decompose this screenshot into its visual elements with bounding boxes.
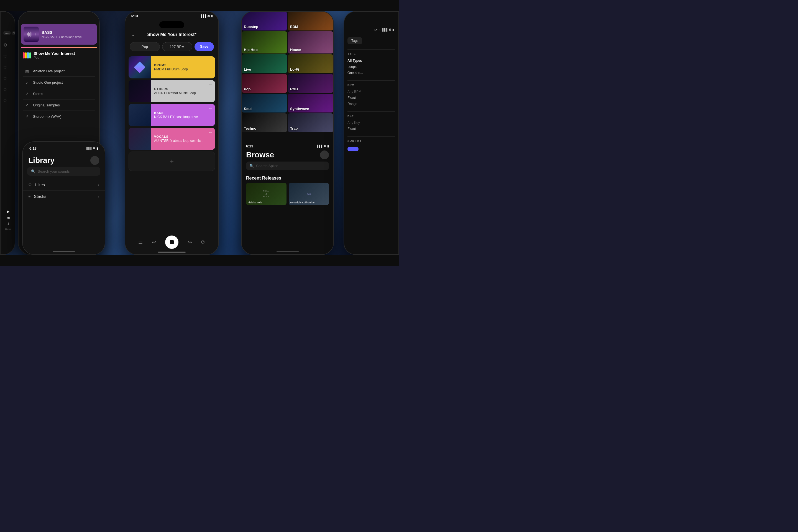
vocals-menu-icon[interactable]: ···: [209, 130, 212, 134]
others-name: AUCRT Likethat Music Loop: [154, 91, 212, 95]
genre-tile-edm[interactable]: EDM: [288, 12, 333, 31]
genre-tile-techno[interactable]: Techno: [242, 113, 287, 132]
others-menu-icon[interactable]: ···: [209, 82, 212, 87]
heart-icon-4[interactable]: ♡: [3, 88, 7, 92]
library-item-stacks[interactable]: ≡ Stacks ›: [23, 191, 105, 202]
filter-type-section: TYPE All Types Loops One-sho...: [347, 52, 395, 76]
undo-icon[interactable]: ↩: [152, 239, 156, 245]
library-search-icon: 🔍: [31, 169, 36, 173]
project-info: Show Me Your Interest Pop: [34, 51, 95, 60]
next-icon[interactable]: ⏭: [7, 216, 10, 220]
genre-tile-dubstep[interactable]: Dubstep: [242, 12, 287, 31]
more-icon-2[interactable]: ⋮: [8, 66, 12, 69]
track-card-drums[interactable]: DRUMS PMDM Full Drum Loop ···: [129, 56, 215, 78]
right-home-indicator-top: [277, 251, 299, 252]
export-ableton[interactable]: ▦ Ableton Live project: [19, 65, 99, 76]
heart-icon-3[interactable]: ♡: [3, 76, 7, 81]
stop-button[interactable]: [165, 235, 178, 249]
bottom-bar: [0, 255, 399, 266]
genre-tile-live[interactable]: Live: [242, 54, 287, 73]
far-left-item-2: ♡ ⋮: [2, 63, 13, 72]
download-icon[interactable]: ⬇: [7, 222, 10, 226]
redo-icon[interactable]: ↪: [188, 239, 192, 245]
far-right-time: 6:13: [374, 28, 380, 32]
heart-icon-1[interactable]: ♡: [3, 54, 7, 59]
type-all[interactable]: All Types: [347, 58, 395, 64]
genre-label-edm: EDM: [290, 25, 298, 29]
tags-button[interactable]: Tags: [347, 37, 362, 44]
sidebar-btn-oves[interactable]: oves: [3, 31, 11, 35]
center-home-indicator: [158, 252, 186, 253]
phone-center: 6:13 ▐▐▐ ⌘ ▮ ⌄ Show Me Your Interest* Po…: [125, 11, 219, 255]
sort-apply-button[interactable]: [347, 147, 359, 151]
genre-tile-house[interactable]: House: [288, 31, 333, 54]
add-track-button[interactable]: +: [129, 152, 215, 171]
far-right-wifi: ⌘: [388, 28, 391, 32]
spacer2: [242, 137, 333, 141]
genre-label-rnb: R&B: [290, 87, 298, 91]
play-icon[interactable]: ▶: [7, 209, 10, 214]
project-row[interactable]: Show Me Your Interest Pop: [19, 48, 99, 63]
genre-tile-lofi[interactable]: Lo-Fi: [288, 54, 333, 73]
sync-icon[interactable]: ⟳: [201, 239, 205, 245]
genre-pill[interactable]: Pop: [130, 42, 160, 51]
browse-search-bar[interactable]: 🔍 Search Splice: [246, 162, 329, 170]
track-card-vocals[interactable]: VOCALS AU NTSR fx atmos loop cosmic ... …: [129, 128, 215, 150]
genre-tile-trap[interactable]: Trap: [288, 113, 333, 132]
more-icon-4[interactable]: ⋮: [8, 89, 12, 92]
more-icon-3[interactable]: ⋮: [8, 77, 12, 80]
bpm-any[interactable]: Any BPM: [347, 89, 395, 95]
heart-icon-5[interactable]: ♡: [3, 99, 7, 103]
key-exact[interactable]: Exact: [347, 126, 395, 132]
drums-thumbnail: [129, 56, 151, 78]
sidebar-btn-top[interactable]: Top: [12, 31, 15, 35]
add-icon: +: [170, 157, 174, 165]
genre-tile-pop[interactable]: Pop: [242, 74, 287, 93]
export-stems-label: Stems: [33, 92, 43, 96]
center-nav-header: ⌄ Show Me Your Interest*: [125, 30, 218, 40]
export-stereo[interactable]: ↗ Stereo mix (WAV): [19, 111, 99, 122]
bpm-exact[interactable]: Exact: [347, 95, 395, 101]
genre-tile-soul[interactable]: Soul: [242, 94, 287, 113]
library-item-likes[interactable]: ♡ Likes ›: [23, 179, 105, 191]
bpm-pill[interactable]: 127 BPM: [162, 42, 192, 51]
more-icon-1[interactable]: ⋮: [8, 55, 12, 58]
browse-header: 6:13 ▐▐▐ ⌘ ▮ Browse 🔍 Search Splice: [242, 141, 333, 172]
type-loops[interactable]: Loops: [347, 64, 395, 70]
key-any[interactable]: Any Key: [347, 120, 395, 126]
bpm-range[interactable]: Range: [347, 101, 395, 107]
mix-icon[interactable]: ⚌: [138, 239, 143, 245]
export-original[interactable]: ↗ Original samples: [19, 99, 99, 111]
filter-icon[interactable]: ⚙: [2, 40, 13, 50]
genre-label-lofi: Lo-Fi: [290, 67, 299, 72]
filter-sort-section: SORT BY: [347, 139, 395, 152]
drums-menu-icon[interactable]: ···: [209, 58, 212, 63]
export-studio-one[interactable]: ♪ Studio One project: [19, 77, 99, 88]
type-oneshot[interactable]: One-sho...: [347, 70, 395, 76]
track-card-bass[interactable]: BASS NICK BAILEY bass loop drive ···: [129, 104, 215, 126]
track-card-others[interactable]: OTHERS AUCRT Likethat Music Loop ···: [129, 80, 215, 102]
recent-card-2[interactable]: SC Nostalgic Lofi Guitar: [289, 183, 329, 205]
bass-track-menu-icon[interactable]: ···: [209, 106, 212, 111]
browse-avatar[interactable]: [320, 150, 329, 159]
more-icon-5[interactable]: ⋮: [8, 99, 12, 102]
save-button[interactable]: Save: [194, 42, 214, 51]
bass-card[interactable]: BASS NICK BAILEY bass loop drive ···: [21, 24, 97, 44]
library-search-bar[interactable]: 🔍 Search your sounds: [27, 167, 100, 176]
right-status-icons: ▐▐▐ ⌘ ▮: [317, 145, 329, 148]
bass-menu-icon[interactable]: ···: [91, 26, 94, 32]
library-avatar[interactable]: [90, 156, 99, 165]
back-icon[interactable]: ⌄: [131, 32, 135, 38]
genre-tile-synthwave[interactable]: Synthwave: [288, 94, 333, 113]
center-time: 6:13: [131, 14, 138, 18]
far-left-item-4: ♡ ⋮: [2, 86, 13, 94]
export-stereo-label: Stereo mix (WAV): [33, 114, 61, 119]
genre-tile-hiphop[interactable]: Hip Hop: [242, 31, 287, 54]
signal-icon: ▐▐▐: [200, 14, 206, 17]
drums-info: DRUMS PMDM Full Drum Loop ···: [151, 56, 215, 78]
recent-card-1[interactable]: FIELD&FOLK Field & Folk: [246, 183, 286, 205]
right-battery: ▮: [327, 145, 329, 148]
heart-icon-2[interactable]: ♡: [3, 65, 7, 70]
genre-tile-rnb[interactable]: R&B: [288, 74, 333, 93]
export-stems[interactable]: ↗ Stems: [19, 88, 99, 99]
